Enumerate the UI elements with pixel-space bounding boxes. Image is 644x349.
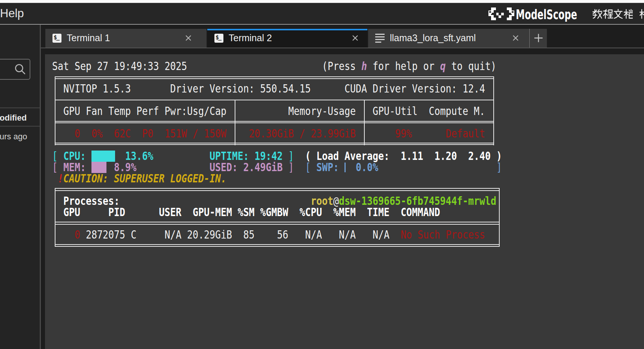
plus-icon	[534, 34, 543, 42]
box-border-line	[55, 122, 494, 123]
new-tab-button[interactable]	[529, 29, 547, 48]
box-border-line	[55, 224, 499, 225]
caution-line: !CAUTION: SUPERUSER LOGGED-IN.	[52, 173, 226, 184]
file-row-modified-time: urs ago	[0, 132, 27, 142]
menu-link-docs[interactable]	[592, 9, 633, 22]
last-modified-column-header[interactable]: odified	[0, 113, 27, 123]
tab-label: llama3_lora_sft.yaml	[390, 33, 476, 43]
box-border-line	[55, 244, 500, 245]
box-border-line	[55, 76, 494, 77]
modelscope-logo-icon	[488, 5, 516, 23]
box-border-line	[55, 188, 500, 189]
search-icon	[14, 63, 27, 76]
box-border-line	[55, 78, 494, 79]
cpu-line: [ CPU: 13.6% UPTIME: 19:42 ] ( Load Aver…	[52, 151, 502, 162]
process-table-header: GPU PID USER GPU-MEM %SM %GMBW %CPU %MEM…	[52, 207, 440, 218]
menu-bar-divider	[0, 24, 644, 25]
close-icon[interactable]	[185, 35, 192, 41]
sidebar-divider	[0, 107, 40, 108]
gpu-table-values: 0 0% 62C P0 151W / 150W 20.30GiB / 23.99…	[52, 128, 485, 139]
sidebar-panel-divider[interactable]	[40, 25, 41, 349]
file-browser-sidebar: odified urs ago	[0, 25, 40, 349]
box-border-line	[55, 143, 494, 143]
box-border-line	[55, 222, 499, 222]
gpu-table-header: GPU Fan Temp Perf Pwr:Usg/Cap Memory-Usa…	[52, 106, 485, 117]
tab-llama3-lora-sft-yaml[interactable]: llama3_lora_sft.yaml	[368, 29, 530, 48]
nvitop-version-line: NVITOP 1.5.3 Driver Version: 550.54.15 C…	[52, 83, 485, 94]
date-and-help-line: Sat Sep 27 19:49:33 2025 (Press h for he…	[52, 61, 496, 72]
tab-label: Terminal 2	[229, 33, 272, 43]
modelscope-logo[interactable]	[488, 5, 516, 23]
box-border-line	[55, 144, 494, 145]
box-border-line	[55, 121, 494, 122]
modelscope-wordmark: ModelScope	[516, 8, 577, 21]
tab-terminal-1[interactable]: $_ Terminal 1	[45, 29, 207, 48]
box-border-line	[55, 100, 494, 100]
box-border-line	[493, 76, 494, 145]
box-border-line	[55, 190, 500, 191]
terminal-icon: $_	[214, 34, 223, 43]
tab-label: Terminal 1	[67, 33, 110, 43]
box-border-line	[499, 188, 500, 247]
mem-swp-line: [ MEM: 8.9% USED: 2.49GiB ] [ SWP: 0.0% …	[52, 162, 502, 173]
processes-title-line: Processes: root@dsw-1369665-6fb745944f-m…	[52, 195, 496, 207]
browser-top-strip	[0, 0, 644, 3]
sidebar-divider	[0, 126, 40, 127]
close-icon[interactable]	[352, 35, 358, 41]
menu-item-help[interactable]: Help	[0, 3, 24, 24]
close-icon[interactable]	[512, 35, 519, 41]
box-border-line	[55, 246, 500, 247]
menu-link-clipped[interactable]	[640, 9, 644, 22]
terminal-icon: $_	[52, 34, 61, 43]
tab-terminal-2[interactable]: $_ Terminal 2	[207, 29, 367, 48]
tab-bar-underline	[41, 48, 644, 48]
process-table-row: 0 2872075 C N/A 20.29GiB 85 56 N/A N/A N…	[52, 229, 485, 240]
file-text-icon	[375, 33, 385, 43]
